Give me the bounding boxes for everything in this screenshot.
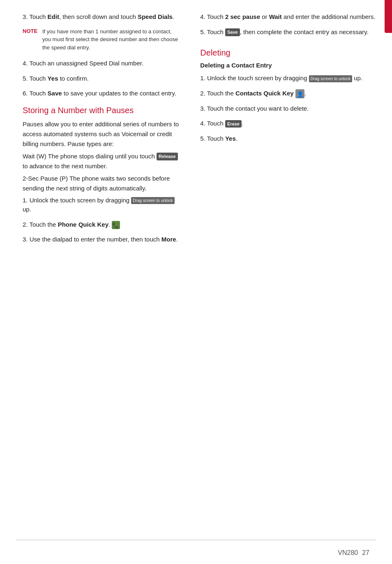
side-tab [385,0,392,33]
page-container: 3. Touch Edit, then scroll down and touc… [0,0,392,564]
step-6: 6. Touch Save to save your updates to th… [23,89,180,98]
footer-divider [16,540,376,540]
step3-text: 3. Touch Edit, then scroll down and touc… [23,13,174,20]
storing-step1: 1. Unlock the touch screen by dragging D… [23,196,180,214]
step-3: 3. Touch Edit, then scroll down and touc… [23,12,180,22]
footer: VN280 27 [338,549,369,557]
phone-quick-key-icon [112,221,120,229]
drag-screen-btn-right: Drag screen to unlock [309,75,352,82]
del-step2: 2. Touch the Contacts Quick Key . [200,89,376,98]
del-step5: 5. Touch Yes. [200,134,376,144]
storing-body1: Pauses allow you to enter additional ser… [23,119,180,149]
contacts-quick-key-icon [295,89,304,98]
step3-edit: Edit [48,13,59,20]
storing-step2: 2. Touch the Phone Quick Key. [23,220,180,230]
drag-screen-btn-left: Drag screen to unlock [131,197,174,204]
step-5: 5. Touch Yes to confirm. [23,74,180,84]
del-step3: 3. Touch the contact you want to delete. [200,104,376,114]
right-column: 4. Touch 2 sec pause or Wait and enter t… [192,12,376,548]
step-4: 4. Touch an unassigned Speed Dial number… [23,59,180,68]
storing-step3: 3. Use the dialpad to enter the number, … [23,235,180,244]
note-label: NOTE [23,28,38,34]
step6-text: 6. Touch Save to save your updates to th… [23,90,176,97]
save-button: Save [225,28,240,36]
left-column: 3. Touch Edit, then scroll down and touc… [23,12,192,548]
content-area: 3. Touch Edit, then scroll down and touc… [0,0,392,564]
del-step1: 1. Unlock the touch screen by dragging D… [200,74,376,83]
footer-page: 27 [362,549,369,557]
storing-body3: 2-Sec Pause (P) The phone waits two seco… [23,174,180,193]
step3-speeddials: Speed Dials [138,13,173,20]
note-block: NOTE If you have more than 1 number assi… [23,28,180,52]
deleting-contact-subtitle: Deleting a Contact Entry [200,62,376,69]
footer-model: VN280 [338,549,358,557]
release-button: Release [157,153,178,161]
erase-button: Erase [225,120,242,128]
storing-section-title: Storing a Number with Pauses [23,106,180,115]
step4-text: 4. Touch an unassigned Speed Dial number… [23,60,143,67]
step5-text: 5. Touch Yes to confirm. [23,75,89,82]
note-text: If you have more than 1 number assigned … [42,28,180,52]
del-step4: 4. Touch Erase. [200,119,376,128]
right-step5: 5. Touch Save, then complete the contact… [200,28,376,37]
deleting-section-title: Deleting [200,48,376,58]
right-step4: 4. Touch 2 sec pause or Wait and enter t… [200,12,376,22]
storing-body2: Wait (W) The phone stops dialing until y… [23,151,180,171]
